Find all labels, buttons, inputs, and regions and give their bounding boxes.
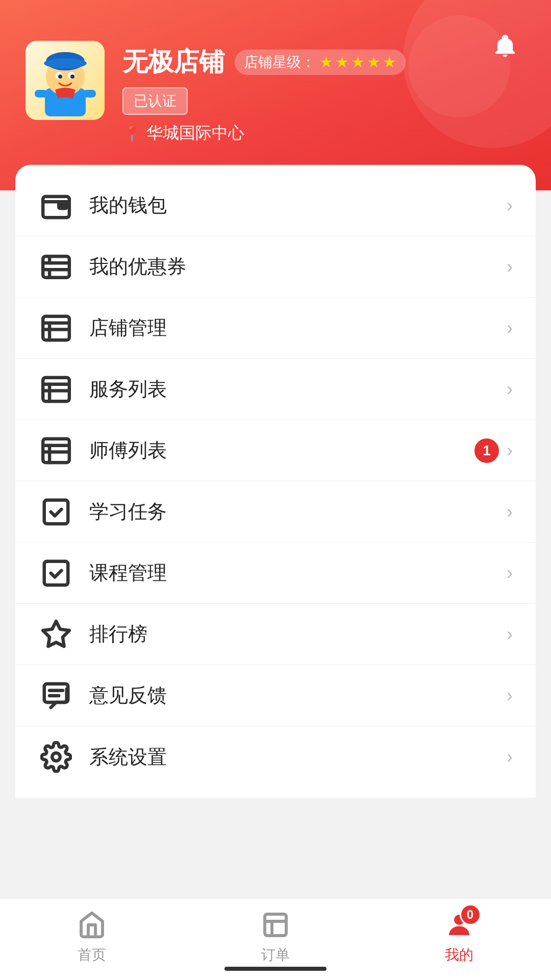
store-manage-label: 店铺管理 [89,315,507,341]
svg-rect-35 [265,914,286,936]
svg-point-7 [70,75,74,79]
menu-item-feedback[interactable]: 意见反馈 › [15,665,536,726]
location-icon: 📍 [122,125,141,142]
menu-item-course-manage[interactable]: 课程管理 › [15,543,536,604]
feedback-label: 意见反馈 [89,682,507,708]
order-label: 订单 [261,945,290,965]
course-manage-label: 课程管理 [89,560,507,586]
svg-point-34 [52,753,60,761]
feedback-icon [38,678,74,714]
study-task-icon [38,494,74,530]
settings-label: 系统设置 [89,744,507,770]
menu-item-ranking[interactable]: 排行榜 › [15,604,536,665]
nav-item-order[interactable]: 订单 [184,908,367,965]
home-icon [76,908,109,941]
mine-badge-wrap: 0 [443,908,476,941]
mine-label: 我的 [445,945,473,965]
home-indicator [224,967,327,971]
chevron-right: › [507,440,513,461]
service-list-icon [38,372,74,407]
svg-point-3 [44,58,87,68]
store-name: 无极店铺 [122,45,224,79]
certified-badge: 已认证 [122,87,188,115]
service-list-label: 服务列表 [89,376,507,402]
notification-bell[interactable] [487,28,523,64]
master-list-badge: 1 [474,438,499,463]
chevron-right: › [507,379,513,400]
svg-rect-29 [44,500,68,524]
chevron-right: › [507,501,513,523]
svg-rect-31 [44,683,68,702]
location-text: 华城国际中心 [146,122,244,144]
master-list-icon [38,433,74,469]
store-level: 店铺星级： ★ ★ ★ ★ ★ [235,50,406,75]
store-info: 无极店铺 店铺星级： ★ ★ ★ ★ ★ 已认证 📍 华城国际中心 [26,41,525,144]
wallet-label: 我的钱包 [89,192,507,218]
svg-point-6 [58,75,62,79]
store-manage-icon [38,310,74,346]
menu-item-service-list[interactable]: 服务列表 › [15,359,536,420]
chevron-right: › [507,256,513,278]
menu-item-study-task[interactable]: 学习任务 › [15,481,536,543]
svg-rect-9 [83,90,96,97]
main-card: 我的钱包 › 我的优惠券 › 店铺管理 › 服务列表 › 师傅列表 1 › [15,165,536,798]
svg-rect-8 [35,90,47,97]
svg-rect-30 [44,561,68,585]
ranking-label: 排行榜 [89,621,507,647]
nav-item-mine[interactable]: 0 我的 [367,908,551,965]
header: 无极店铺 店铺星级： ★ ★ ★ ★ ★ 已认证 📍 华城国际中心 [0,0,551,190]
store-details: 无极店铺 店铺星级： ★ ★ ★ ★ ★ 已认证 📍 华城国际中心 [122,41,525,144]
menu-item-wallet[interactable]: 我的钱包 › [15,175,536,236]
coupon-label: 我的优惠券 [89,254,507,280]
menu-item-master-list[interactable]: 师傅列表 1 › [15,420,536,481]
avatar [26,41,105,120]
settings-icon [38,739,74,775]
menu-item-coupon[interactable]: 我的优惠券 › [15,236,536,298]
ranking-icon [38,617,74,652]
chevron-right: › [507,317,513,339]
nav-item-home[interactable]: 首页 [0,908,184,965]
mine-badge: 0 [460,904,481,925]
menu-item-store-manage[interactable]: 店铺管理 › [15,298,536,359]
chevron-right: › [507,746,513,768]
chevron-right: › [507,624,513,645]
chevron-right: › [507,562,513,584]
order-icon [259,908,292,941]
study-task-label: 学习任务 [89,499,507,525]
store-level-label: 店铺星级： [244,53,315,72]
coupon-icon [38,249,74,285]
location-row: 📍 华城国际中心 [122,122,525,144]
stars: ★ ★ ★ ★ ★ [319,53,396,71]
chevron-right: › [507,195,513,216]
svg-rect-12 [43,256,69,277]
menu-item-settings[interactable]: 系统设置 › [15,726,536,788]
master-list-label: 师傅列表 [89,437,474,463]
home-label: 首页 [78,945,106,965]
chevron-right: › [507,685,513,706]
wallet-icon [38,188,74,224]
course-manage-icon [38,555,74,591]
